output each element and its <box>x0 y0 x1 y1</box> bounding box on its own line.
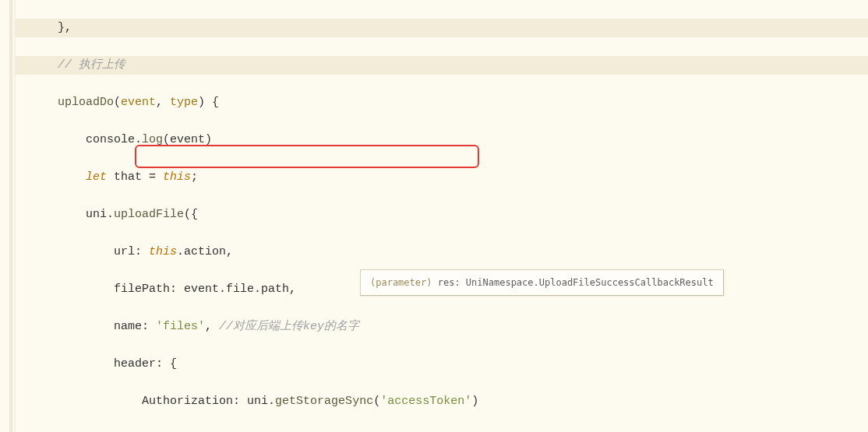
fold-indicator <box>9 0 12 432</box>
code-line: uni.uploadFile({ <box>16 205 868 224</box>
tooltip-text: res: UniNamespace.UploadFileSuccessCallb… <box>432 277 713 288</box>
gutter <box>0 0 16 432</box>
code-line: Authorization: uni.getStorageSync('acces… <box>16 392 868 411</box>
intellisense-tooltip: (parameter) res: UniNamespace.UploadFile… <box>360 269 724 296</box>
code-line: // 执行上传 <box>16 56 868 75</box>
code-line: header: { <box>16 355 868 374</box>
code-line: console.log(event) <box>16 131 868 149</box>
code-content[interactable]: }, // 执行上传 uploadDo(event, type) { conso… <box>16 0 868 432</box>
code-line: uploadDo(event, type) { <box>16 93 868 112</box>
code-line: let that = this; <box>16 168 868 187</box>
code-line: url: this.action, <box>16 243 868 262</box>
code-line: }, <box>16 19 868 37</box>
code-editor[interactable]: }, // 执行上传 uploadDo(event, type) { conso… <box>0 0 868 432</box>
tooltip-keyword: (parameter) <box>370 277 432 288</box>
code-line-highlighted: name: 'files', //对应后端上传key的名字 <box>16 318 868 336</box>
